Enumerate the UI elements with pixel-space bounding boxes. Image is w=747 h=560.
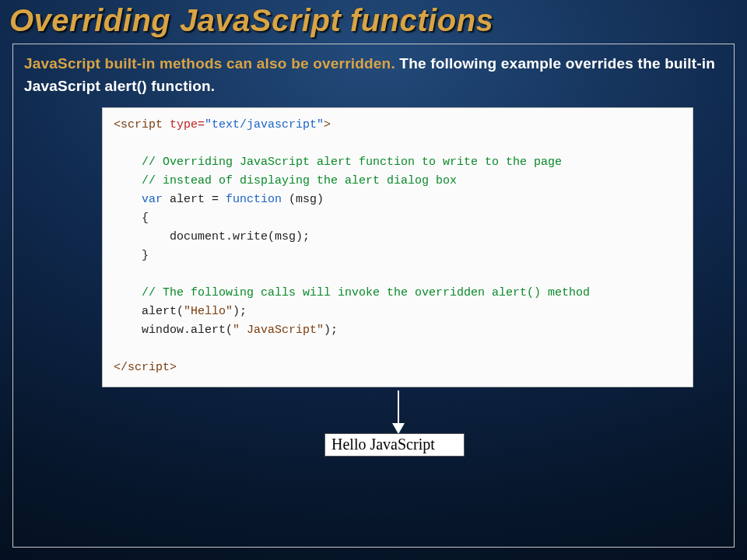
code-block: <script type="text/javascript"> // Overr… (102, 107, 693, 387)
code-call2-str: " JavaScript" (233, 324, 324, 337)
code-decl-end: (msg) (282, 193, 324, 206)
code-call1-b: ); (233, 305, 247, 318)
arrow-line (398, 390, 399, 425)
code-kw-var: var (142, 193, 163, 206)
code-decl-mid: alert = (163, 193, 226, 206)
code-attr-name: type= (163, 118, 205, 131)
content-frame: JavaScript built-in methods can also be … (12, 44, 735, 548)
arrow (24, 390, 723, 436)
code-brace-open: { (142, 212, 149, 225)
code-call1-a: alert( (142, 305, 184, 318)
code-open-tag-close: > (324, 118, 331, 131)
code-close-tag: </script> (114, 361, 177, 374)
code-comment-1: // Overriding JavaScript alert function … (142, 156, 562, 169)
code-call2-b: ); (324, 324, 338, 337)
code-comment-3: // The following calls will invoke the o… (142, 286, 590, 299)
code-brace-close: } (142, 249, 149, 262)
intro-text: JavaScript built-in methods can also be … (24, 52, 723, 98)
code-call1-str: "Hello" (184, 305, 233, 318)
code-attr-val: "text/javascript" (205, 118, 324, 131)
slide-title: Overriding JavaScript functions (0, 0, 747, 46)
slide: Overriding JavaScript functions JavaScri… (0, 0, 747, 560)
code-open-tag: <script (114, 118, 163, 131)
intro-accent: JavaScript built-in methods can also be … (24, 55, 395, 72)
code-body: document.write(msg); (142, 230, 310, 243)
arrow-head-icon (392, 423, 405, 434)
code-kw-function: function (226, 193, 282, 206)
code-call2-a: window.alert( (142, 324, 233, 337)
output-box: Hello JavaScript (324, 433, 465, 457)
code-comment-2: // instead of displaying the alert dialo… (142, 174, 457, 187)
